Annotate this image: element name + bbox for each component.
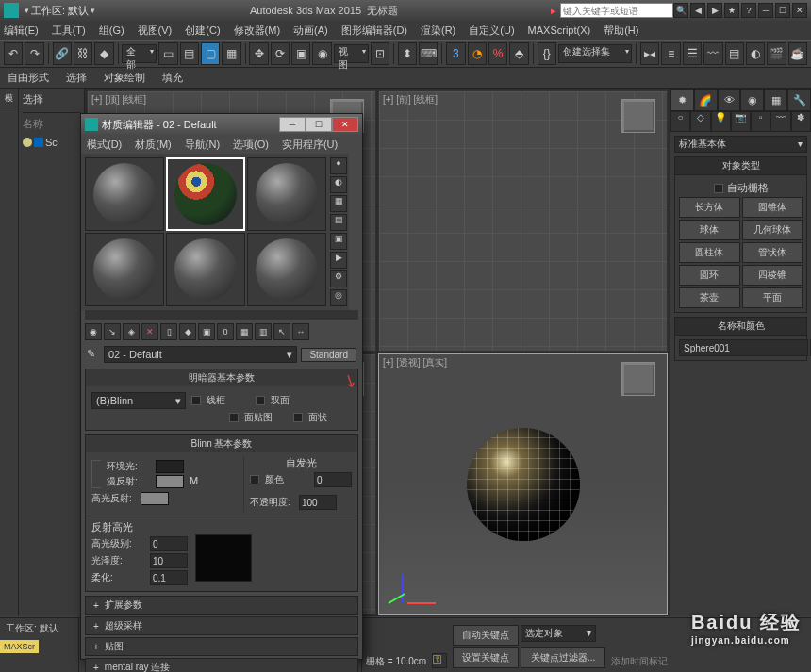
mat-slot-5[interactable] — [166, 233, 245, 306]
render-button[interactable]: ☕ — [788, 42, 807, 65]
scale-button[interactable]: ▣ — [291, 42, 310, 65]
align-button[interactable]: ≡ — [661, 42, 680, 65]
torus-button[interactable]: 圆环 — [679, 265, 740, 286]
mat-id-button[interactable]: 0 — [217, 323, 234, 340]
pivot-button[interactable]: ⊡ — [371, 42, 389, 65]
eyedropper-icon[interactable]: ✎ — [87, 348, 100, 361]
schematic-button[interactable]: ▤ — [725, 42, 744, 65]
specular-swatch[interactable] — [141, 492, 169, 505]
material-editor-button[interactable]: ◐ — [746, 42, 765, 65]
viewport-front[interactable]: [+] [前] [线框] — [378, 90, 668, 352]
menu-anim[interactable]: 动画(A) — [293, 24, 328, 38]
category-dropdown[interactable]: 标准基本体 — [674, 136, 807, 153]
make-unique-button[interactable]: ◆ — [179, 323, 196, 340]
menu-create[interactable]: 创建(C) — [185, 24, 220, 38]
angle-snap-button[interactable]: ◔ — [468, 42, 487, 65]
blinn-params-header[interactable]: Blinn 基本参数 — [86, 435, 357, 452]
create-tab[interactable]: ✹ — [670, 89, 694, 111]
viewport-perspective[interactable]: [+] [透视] [真实] — [378, 353, 668, 615]
menu-modifier[interactable]: 修改器(M) — [234, 24, 281, 38]
dialog-maximize[interactable]: ☐ — [306, 117, 332, 132]
snap-button[interactable]: 3 — [446, 42, 465, 65]
menu-render[interactable]: 渲染(R) — [421, 24, 455, 38]
keyfilter-button[interactable]: 关键点过滤器... — [521, 647, 605, 668]
menu-maxscript[interactable]: MAXScript(X) — [528, 25, 591, 36]
shader-params-header[interactable]: 明暗器基本参数 — [86, 369, 357, 386]
shape-category[interactable]: ◇ — [690, 111, 710, 132]
key-icon[interactable]: ⚿ — [432, 653, 447, 668]
selection-filter[interactable]: 全部 — [122, 44, 157, 63]
mat-menu-mode[interactable]: 模式(D) — [87, 138, 122, 152]
select-object-button[interactable]: ▭ — [158, 42, 177, 65]
workspace-label[interactable]: 工作区: 默认 — [31, 4, 89, 18]
time-tag-label[interactable]: 添加时间标记 — [611, 655, 668, 668]
keymode-dropdown[interactable]: 选定对象 — [521, 625, 596, 642]
rollout-maps[interactable]: +贴图 — [85, 637, 358, 656]
help-icon[interactable]: ? — [741, 3, 756, 18]
ribbon-tab-freeform[interactable]: 自由形式 — [8, 71, 49, 85]
select-name-button[interactable]: ▤ — [180, 42, 199, 65]
bind-button[interactable]: ◆ — [94, 42, 113, 65]
app-logo[interactable] — [4, 3, 19, 18]
spec-level-input[interactable] — [150, 536, 188, 551]
select-region-button[interactable]: ▢ — [201, 42, 220, 65]
maximize-button[interactable]: ☐ — [775, 3, 790, 18]
cylinder-button[interactable]: 圆柱体 — [679, 242, 740, 263]
faceted-checkbox[interactable] — [293, 413, 303, 422]
motion-tab[interactable]: ◉ — [740, 89, 764, 111]
menu-tools[interactable]: 工具(T) — [52, 24, 86, 38]
scene-item[interactable]: Sc — [23, 137, 80, 148]
backlight-button[interactable]: ◐ — [330, 176, 347, 193]
camera-category[interactable]: 📷 — [731, 111, 751, 132]
rotate-button[interactable]: ⟳ — [271, 42, 290, 65]
titlebar-menu-drop[interactable]: ▾ — [25, 6, 29, 15]
cone-button[interactable]: 圆锥体 — [742, 197, 803, 218]
autogrid-checkbox[interactable] — [714, 184, 723, 193]
go-sibling-button[interactable]: ↔ — [292, 323, 309, 340]
options-button[interactable]: ⚙ — [330, 270, 347, 287]
plane-button[interactable]: 平面 — [742, 287, 803, 308]
facemap-checkbox[interactable] — [229, 413, 239, 422]
diffuse-swatch[interactable] — [156, 475, 184, 488]
mat-menu-options[interactable]: 选项(O) — [233, 138, 269, 152]
soften-input[interactable] — [150, 570, 188, 585]
dialog-close[interactable]: ✕ — [332, 117, 358, 132]
shader-dropdown[interactable]: (B)Blinn▾ — [91, 392, 186, 409]
go-parent-button[interactable]: ↖ — [273, 323, 290, 340]
percent-snap-button[interactable]: % — [488, 42, 507, 65]
tube-button[interactable]: 管状体 — [742, 242, 803, 263]
opacity-input[interactable] — [299, 495, 337, 510]
search-icon[interactable]: 🔍 — [673, 3, 688, 18]
utility-tab[interactable]: 🔧 — [787, 89, 811, 111]
select-by-mat-button[interactable]: ◎ — [330, 289, 347, 306]
twoside-checkbox[interactable] — [256, 396, 265, 405]
mat-slot-4[interactable] — [85, 233, 164, 306]
menu-edit[interactable]: 编辑(E) — [4, 24, 39, 38]
material-type-button[interactable]: Standard — [301, 348, 356, 362]
ribbon-tab-objpaint[interactable]: 对象绘制 — [104, 71, 145, 85]
lock-bracket[interactable] — [91, 460, 101, 488]
get-material-button[interactable]: ◉ — [85, 323, 102, 340]
autokey-button[interactable]: 自动关键点 — [453, 625, 519, 646]
manipulate-button[interactable]: ⬍ — [398, 42, 417, 65]
modify-tab[interactable]: 🌈 — [694, 89, 718, 111]
geom-category[interactable]: ○ — [670, 111, 690, 132]
layer-button[interactable]: ☰ — [683, 42, 702, 65]
undo-button[interactable]: ↶ — [4, 42, 23, 65]
menu-view[interactable]: 视图(V) — [138, 24, 173, 38]
put-to-scene-button[interactable]: ↘ — [104, 323, 121, 340]
display-tab[interactable]: ▦ — [764, 89, 787, 111]
maxscript-tab[interactable]: MAXScr — [0, 640, 39, 653]
move-button[interactable]: ✥ — [249, 42, 268, 65]
menu-group[interactable]: 组(G) — [99, 24, 124, 38]
assign-button[interactable]: ◈ — [123, 323, 140, 340]
viewcube-front[interactable] — [621, 99, 655, 133]
light-category[interactable]: 💡 — [711, 111, 731, 132]
geosphere-button[interactable]: 几何球体 — [742, 220, 803, 240]
menu-custom[interactable]: 自定义(U) — [469, 24, 514, 38]
menu-help[interactable]: 帮助(H) — [604, 24, 638, 38]
slot-scrollbar[interactable] — [85, 310, 358, 320]
link-button[interactable]: 🔗 — [53, 42, 72, 65]
pyramid-button[interactable]: 四棱锥 — [742, 265, 803, 286]
mat-slot-6[interactable] — [247, 233, 326, 306]
